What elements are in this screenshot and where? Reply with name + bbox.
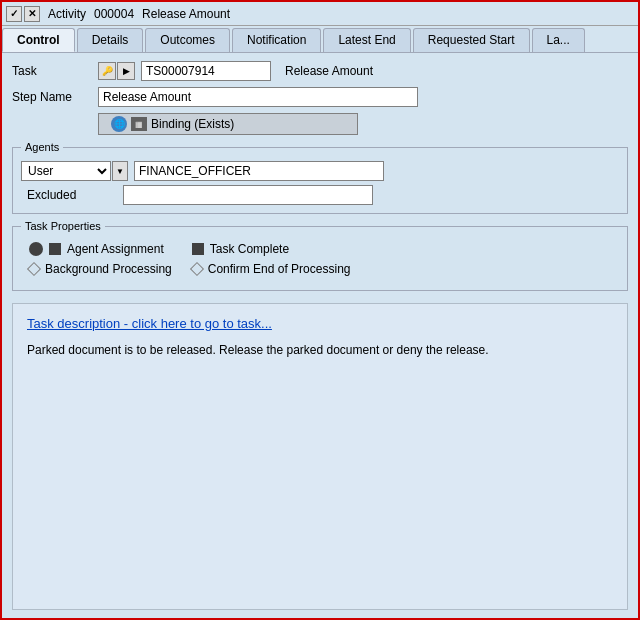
task-prop-col-1: Agent Assignment Background Processing	[29, 242, 172, 276]
task-properties-legend: Task Properties	[21, 220, 105, 232]
binding-button[interactable]: 🌐 ▦ Binding (Exists)	[98, 113, 358, 135]
agent-assignment-square-icon	[49, 243, 61, 255]
background-processing-item: Background Processing	[29, 262, 172, 276]
task-id-input[interactable]	[141, 61, 271, 81]
title-icons: ✓ ✕	[6, 6, 40, 22]
confirm-end-label: Confirm End of Processing	[208, 262, 351, 276]
agents-legend: Agents	[21, 141, 63, 153]
excluded-row: Excluded	[21, 185, 619, 205]
binding-grid-icon: ▦	[131, 117, 147, 131]
description-text: Parked document is to be released. Relea…	[27, 341, 613, 359]
confirm-end-diamond-icon	[190, 262, 204, 276]
task-row: Task 🔑 ▶ Release Amount	[12, 61, 628, 81]
activity-label: Activity	[48, 7, 86, 21]
title-bar: ✓ ✕ Activity 000004 Release Amount	[2, 2, 638, 26]
tab-latest-end[interactable]: Latest End	[323, 28, 410, 52]
task-name-display: Release Amount	[285, 64, 373, 78]
tab-outcomes[interactable]: Outcomes	[145, 28, 230, 52]
binding-label: Binding (Exists)	[151, 117, 234, 131]
task-props-content: Agent Assignment Background Processing T…	[21, 236, 619, 282]
task-label: Task	[12, 64, 92, 78]
task-icons: 🔑 ▶	[98, 62, 135, 80]
step-name-input[interactable]	[98, 87, 418, 107]
agent-assignment-item: Agent Assignment	[29, 242, 172, 256]
task-icon-key[interactable]: 🔑	[98, 62, 116, 80]
agent-type-select[interactable]: User	[21, 161, 111, 181]
binding-row: 🌐 ▦ Binding (Exists)	[12, 113, 628, 135]
content-area: Task 🔑 ▶ Release Amount Step Name 🌐 ▦ Bi…	[2, 53, 638, 618]
binding-globe-icon: 🌐	[111, 116, 127, 132]
step-name-label: Step Name	[12, 90, 92, 104]
tabs-bar: Control Details Outcomes Notification La…	[2, 26, 638, 53]
task-id-header: 000004	[94, 7, 134, 21]
check-button[interactable]: ✓	[6, 6, 22, 22]
main-window: ✓ ✕ Activity 000004 Release Amount Contr…	[0, 0, 640, 620]
task-complete-item: Task Complete	[192, 242, 351, 256]
task-complete-label: Task Complete	[210, 242, 289, 256]
tab-more[interactable]: La...	[532, 28, 585, 52]
close-button[interactable]: ✕	[24, 6, 40, 22]
excluded-input[interactable]	[123, 185, 373, 205]
description-area: Task description - click here to go to t…	[12, 303, 628, 610]
agent-user-row: User ▼	[21, 161, 619, 181]
tab-requested-start[interactable]: Requested Start	[413, 28, 530, 52]
agent-value-input[interactable]	[134, 161, 384, 181]
tab-control[interactable]: Control	[2, 28, 75, 52]
step-name-row: Step Name	[12, 87, 628, 107]
task-icon-arrow[interactable]: ▶	[117, 62, 135, 80]
background-processing-label: Background Processing	[45, 262, 172, 276]
task-properties-fieldset: Task Properties Agent Assignment Backgro…	[12, 220, 628, 291]
tab-notification[interactable]: Notification	[232, 28, 321, 52]
tab-details[interactable]: Details	[77, 28, 144, 52]
task-complete-square-icon	[192, 243, 204, 255]
agent-select-container: User ▼	[21, 161, 128, 181]
excluded-label: Excluded	[27, 188, 117, 202]
task-description-link[interactable]: Task description - click here to go to t…	[27, 316, 613, 331]
agent-assignment-circle-icon	[29, 242, 43, 256]
agents-fieldset: Agents User ▼ Excluded	[12, 141, 628, 214]
agent-assignment-label: Agent Assignment	[67, 242, 164, 256]
confirm-end-item: Confirm End of Processing	[192, 262, 351, 276]
background-processing-diamond-icon	[27, 262, 41, 276]
agent-dropdown-btn[interactable]: ▼	[112, 161, 128, 181]
task-prop-col-2: Task Complete Confirm End of Processing	[192, 242, 351, 276]
task-title-header: Release Amount	[142, 7, 230, 21]
